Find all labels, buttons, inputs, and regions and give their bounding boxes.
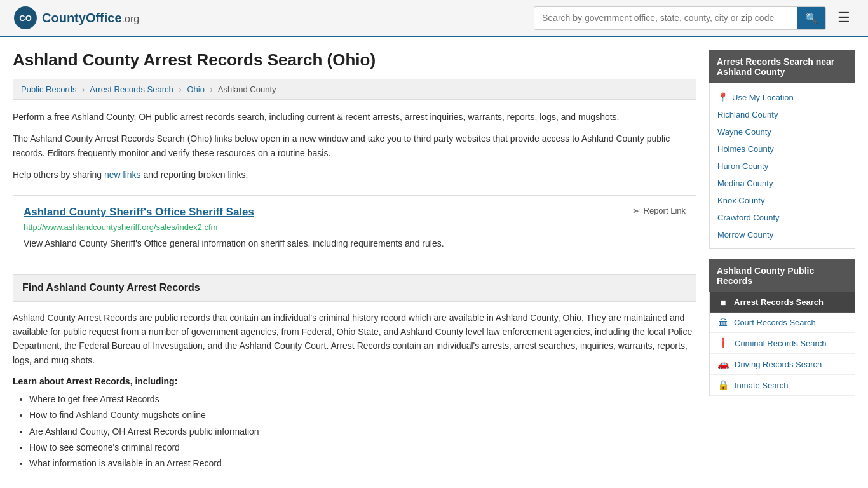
pub-rec-court-records[interactable]: 🏛 Court Records Search bbox=[710, 313, 855, 333]
report-link[interactable]: ✂ Report Link bbox=[633, 206, 686, 216]
sidebar-holmes-county[interactable]: Holmes County bbox=[710, 140, 855, 158]
learn-title: Learn about Arrest Records, including: bbox=[13, 376, 696, 386]
sidebar-use-my-location[interactable]: 📍 Use My Location bbox=[710, 88, 855, 106]
pub-rec-inmate-search[interactable]: 🔒 Inmate Search bbox=[710, 375, 855, 396]
link-card-desc: View Ashland County Sheriff's Office gen… bbox=[24, 237, 686, 250]
list-item: What information is available in an Arre… bbox=[29, 456, 696, 471]
sidebar-medina-county[interactable]: Medina County bbox=[710, 175, 855, 192]
sidebar-crawford-county[interactable]: Crawford County bbox=[710, 209, 855, 226]
header: CO CountyOffice.org 🔍 ☰ bbox=[0, 0, 868, 37]
nearby-body: 📍 Use My Location Richland County Wayne … bbox=[709, 83, 855, 249]
page-container: Ashland County Arrest Records Search (Oh… bbox=[0, 37, 868, 484]
scissors-icon: ✂ bbox=[633, 206, 641, 216]
link-card-url[interactable]: http://www.ashlandcountysheriff.org/sale… bbox=[24, 222, 686, 232]
find-desc: Ashland County Arrest Records are public… bbox=[13, 311, 696, 368]
sidebar-huron-county[interactable]: Huron County bbox=[710, 158, 855, 175]
public-records-body: ■ Arrest Records Search 🏛 Court Records … bbox=[709, 292, 855, 396]
logo-text: CountyOffice.org bbox=[42, 11, 139, 25]
arrest-icon: ■ bbox=[717, 297, 729, 308]
logo-area: CO CountyOffice.org bbox=[13, 5, 139, 30]
intro-para3-suffix: and reporting broken links. bbox=[141, 170, 248, 180]
list-item: How to see someone's criminal record bbox=[29, 440, 696, 456]
intro-para3-prefix: Help others by sharing bbox=[13, 170, 104, 180]
breadcrumb-arrest-records[interactable]: Arrest Records Search bbox=[90, 85, 173, 94]
link-card-title[interactable]: Ashland County Sheriff's Office Sheriff … bbox=[24, 206, 254, 219]
breadcrumb-ohio[interactable]: Ohio bbox=[187, 85, 204, 94]
find-section: Find Ashland County Arrest Records bbox=[13, 274, 696, 302]
intro-para2: The Ashland County Arrest Records Search… bbox=[13, 132, 696, 160]
pub-rec-criminal-records[interactable]: ❗ Criminal Records Search bbox=[710, 333, 855, 354]
search-bar: 🔍 bbox=[534, 6, 826, 30]
report-link-label: Report Link bbox=[644, 206, 686, 215]
list-item: Where to get free Arrest Records bbox=[29, 391, 696, 407]
page-title: Ashland County Arrest Records Search (Oh… bbox=[13, 50, 696, 70]
main-content: Ashland County Arrest Records Search (Oh… bbox=[13, 50, 696, 471]
search-button[interactable]: 🔍 bbox=[797, 7, 825, 29]
nearby-section: Arrest Records Search near Ashland Count… bbox=[709, 50, 855, 249]
new-links-link[interactable]: new links bbox=[104, 170, 141, 180]
inmate-icon: 🔒 bbox=[717, 379, 729, 391]
sidebar: Arrest Records Search near Ashland Count… bbox=[709, 50, 855, 471]
breadcrumb: Public Records › Arrest Records Search ›… bbox=[13, 79, 696, 100]
location-icon: 📍 bbox=[717, 92, 728, 102]
list-item: Are Ashland County, OH Arrest Records pu… bbox=[29, 424, 696, 440]
intro-para3: Help others by sharing new links and rep… bbox=[13, 168, 696, 182]
nearby-header: Arrest Records Search near Ashland Count… bbox=[709, 50, 855, 83]
learn-list: Where to get free Arrest Records How to … bbox=[13, 391, 696, 471]
header-right: 🔍 ☰ bbox=[534, 6, 855, 30]
menu-button[interactable]: ☰ bbox=[832, 7, 855, 29]
public-records-section: Ashland County Public Records ■ Arrest R… bbox=[709, 259, 855, 396]
list-item: How to find Ashland County mugshots onli… bbox=[29, 407, 696, 423]
sidebar-morrow-county[interactable]: Morrow County bbox=[710, 226, 855, 243]
intro-para1: Perform a free Ashland County, OH public… bbox=[13, 110, 696, 124]
pub-rec-arrest-records[interactable]: ■ Arrest Records Search bbox=[710, 292, 855, 313]
driving-icon: 🚗 bbox=[717, 358, 729, 370]
sidebar-richland-county[interactable]: Richland County bbox=[710, 106, 855, 123]
pub-rec-driving-records[interactable]: 🚗 Driving Records Search bbox=[710, 354, 855, 375]
public-records-header: Ashland County Public Records bbox=[709, 259, 855, 292]
link-card: Ashland County Sheriff's Office Sheriff … bbox=[13, 195, 696, 261]
search-input[interactable] bbox=[534, 8, 797, 27]
breadcrumb-public-records[interactable]: Public Records bbox=[21, 85, 76, 94]
court-icon: 🏛 bbox=[717, 317, 729, 328]
breadcrumb-current: Ashland County bbox=[218, 85, 276, 94]
logo-icon: CO bbox=[13, 5, 38, 30]
criminal-icon: ❗ bbox=[717, 337, 729, 349]
sidebar-wayne-county[interactable]: Wayne County bbox=[710, 123, 855, 140]
find-section-title: Find Ashland County Arrest Records bbox=[22, 282, 687, 294]
sidebar-knox-county[interactable]: Knox County bbox=[710, 192, 855, 209]
svg-text:CO: CO bbox=[19, 13, 32, 23]
link-card-header: Ashland County Sheriff's Office Sheriff … bbox=[24, 206, 686, 222]
